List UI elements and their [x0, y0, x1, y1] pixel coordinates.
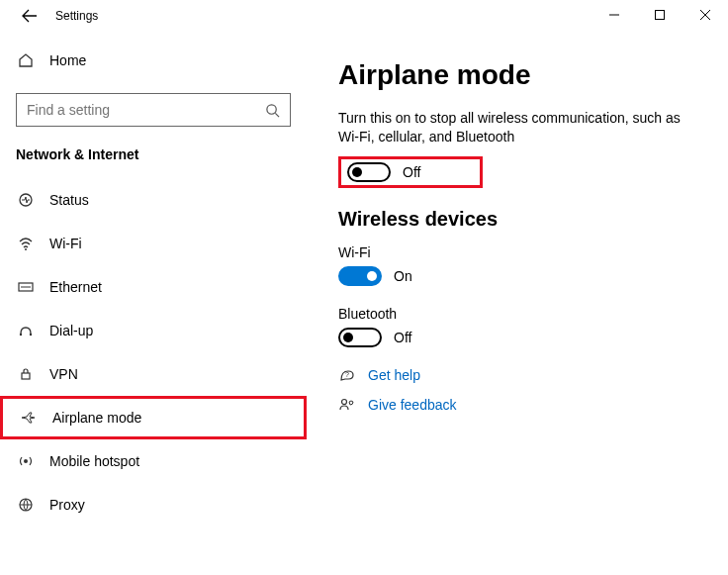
svg-point-5 [25, 248, 27, 250]
airplane-description: Turn this on to stop all wireless commun… [338, 109, 704, 146]
home-label: Home [49, 52, 86, 68]
svg-point-10 [24, 459, 28, 463]
dialup-icon [16, 323, 36, 338]
back-button[interactable] [16, 2, 44, 30]
bluetooth-label: Bluetooth [338, 306, 704, 322]
maximize-button[interactable] [637, 0, 682, 30]
sidebar-item-label: Wi-Fi [49, 236, 82, 251]
search-icon [265, 103, 280, 118]
sidebar-item-label: Proxy [49, 497, 85, 513]
close-icon [700, 10, 710, 20]
page-title: Airplane mode [338, 59, 704, 91]
give-feedback-label: Give feedback [368, 397, 457, 413]
sidebar-item-airplane-mode[interactable]: Airplane mode [0, 396, 307, 439]
close-button[interactable] [682, 0, 728, 30]
svg-rect-9 [22, 373, 30, 379]
home-icon [16, 52, 36, 68]
sidebar-item-vpn[interactable]: VPN [0, 352, 307, 396]
wifi-icon [16, 236, 36, 251]
bluetooth-toggle-label: Off [394, 330, 411, 345]
window-title: Settings [55, 9, 98, 23]
airplane-icon [19, 410, 39, 426]
svg-point-13 [342, 399, 347, 404]
airplane-mode-toggle[interactable] [347, 162, 391, 182]
sidebar-item-label: Dial-up [49, 323, 93, 338]
sidebar-item-label: Airplane mode [52, 410, 141, 426]
wifi-toggle-row: On [338, 266, 704, 286]
sidebar-item-dialup[interactable]: Dial-up [0, 309, 307, 352]
bluetooth-toggle[interactable] [338, 328, 382, 347]
window-controls [592, 0, 728, 30]
svg-point-2 [267, 104, 276, 113]
main-content: Airplane mode Turn this on to stop all w… [307, 32, 728, 575]
sidebar-item-label: Ethernet [49, 279, 102, 295]
sidebar-item-wifi[interactable]: Wi-Fi [0, 222, 307, 265]
category-heading: Network & Internet [0, 146, 307, 178]
bluetooth-toggle-row: Off [338, 328, 704, 347]
svg-line-3 [275, 113, 279, 117]
airplane-toggle-label: Off [403, 164, 420, 180]
search-input[interactable] [27, 102, 265, 118]
get-help-link[interactable]: ? Get help [338, 367, 704, 383]
minimize-icon [609, 10, 619, 20]
svg-text:?: ? [345, 371, 349, 378]
minimize-button[interactable] [592, 0, 637, 30]
arrow-left-icon [22, 8, 38, 24]
give-feedback-link[interactable]: Give feedback [338, 397, 704, 413]
wireless-devices-heading: Wireless devices [338, 208, 704, 231]
svg-point-8 [30, 334, 32, 335]
airplane-toggle-row: Off [338, 156, 483, 188]
wifi-toggle-label: On [394, 268, 412, 284]
sidebar-item-label: VPN [49, 366, 78, 382]
sidebar: Home Network & Internet Status Wi-Fi Eth… [0, 32, 307, 575]
wifi-label: Wi-Fi [338, 244, 704, 260]
status-icon [16, 192, 36, 208]
search-box[interactable] [16, 93, 291, 127]
svg-point-7 [20, 334, 22, 335]
feedback-icon [338, 397, 356, 413]
home-nav[interactable]: Home [0, 42, 307, 79]
ethernet-icon [16, 279, 36, 295]
maximize-icon [655, 10, 665, 20]
sidebar-item-status[interactable]: Status [0, 178, 307, 222]
sidebar-item-mobile-hotspot[interactable]: Mobile hotspot [0, 439, 307, 483]
sidebar-item-proxy[interactable]: Proxy [0, 483, 307, 527]
proxy-icon [16, 497, 36, 513]
hotspot-icon [16, 453, 36, 469]
wifi-toggle[interactable] [338, 266, 382, 286]
sidebar-item-label: Mobile hotspot [49, 453, 139, 469]
svg-rect-1 [656, 11, 665, 20]
sidebar-item-ethernet[interactable]: Ethernet [0, 265, 307, 309]
get-help-label: Get help [368, 367, 420, 383]
vpn-icon [16, 366, 36, 382]
help-icon: ? [338, 367, 356, 383]
sidebar-item-label: Status [49, 192, 89, 208]
